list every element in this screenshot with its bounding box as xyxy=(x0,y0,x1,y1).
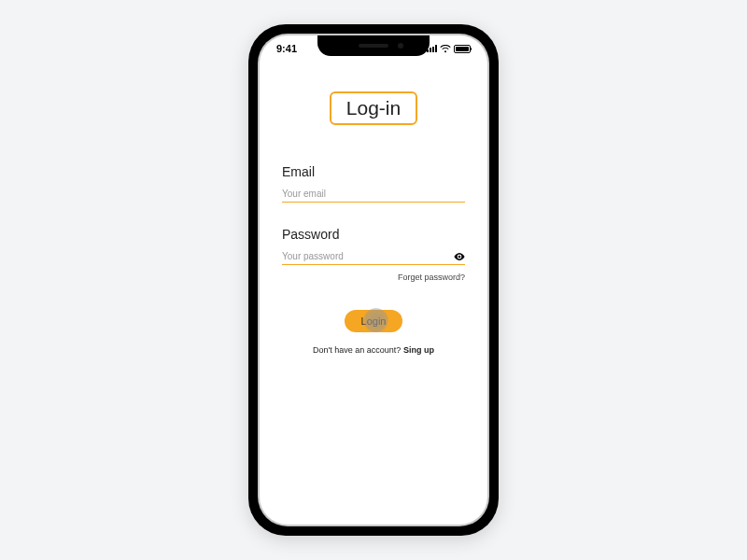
wifi-icon xyxy=(440,45,451,53)
eye-icon[interactable] xyxy=(454,253,465,260)
status-indicators xyxy=(427,45,471,53)
front-camera xyxy=(398,43,403,49)
notch xyxy=(317,35,430,56)
status-time: 9:41 xyxy=(276,43,297,54)
password-input-row xyxy=(282,251,465,265)
email-label: Email xyxy=(282,164,465,179)
forgot-password-link[interactable]: Forget password? xyxy=(282,273,465,282)
login-content: Log-in Email Password xyxy=(260,35,487,355)
login-button[interactable]: Login xyxy=(345,310,403,332)
battery-icon xyxy=(454,45,471,53)
password-input[interactable] xyxy=(282,251,454,261)
signup-link[interactable]: Sing up xyxy=(403,345,434,355)
signup-row: Don't have an account? Sing up xyxy=(282,345,465,355)
password-field-group: Password Forget password? xyxy=(282,227,465,282)
email-input[interactable] xyxy=(282,189,465,199)
login-button-wrap: Login xyxy=(282,310,465,332)
phone-frame: 9:41 Log-in Email xyxy=(248,24,499,536)
password-label: Password xyxy=(282,227,465,242)
email-input-row xyxy=(282,189,465,203)
screen: 9:41 Log-in Email xyxy=(260,35,487,525)
email-field-group: Email xyxy=(282,164,465,203)
signup-prompt: Don't have an account? xyxy=(313,345,403,355)
phone-bezel: 9:41 Log-in Email xyxy=(258,34,489,526)
page-title: Log-in xyxy=(330,91,417,125)
login-form: Email Password Forget pa xyxy=(282,164,465,355)
speaker xyxy=(359,44,388,48)
